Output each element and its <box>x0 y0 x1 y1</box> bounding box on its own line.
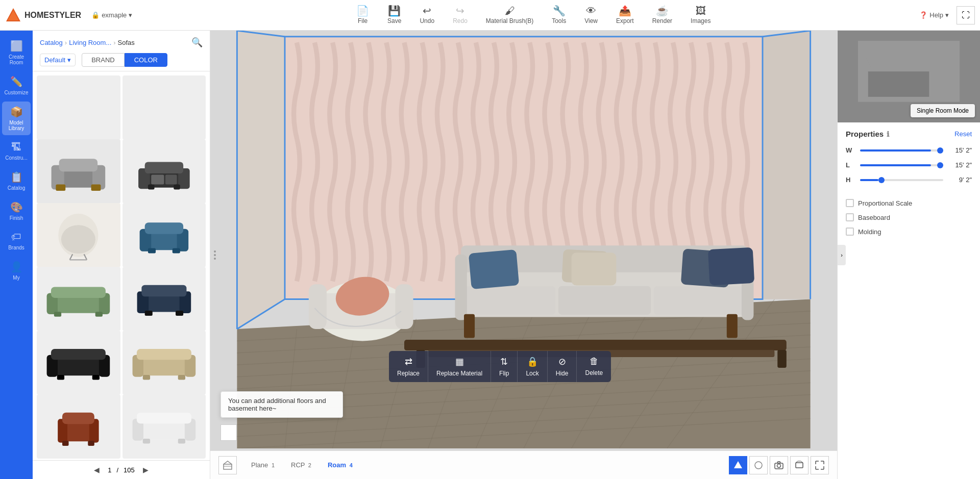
replace-button[interactable]: ⇄ Replace <box>389 351 428 382</box>
default-label: Default <box>44 56 65 64</box>
svg-rect-107 <box>469 249 519 289</box>
floor-icon-button[interactable] <box>218 456 237 474</box>
collapse-left-button[interactable]: › <box>838 245 846 265</box>
help-button[interactable]: ❓ Help ▾ <box>919 11 949 19</box>
breadcrumb-catalog[interactable]: Catalog <box>40 39 63 46</box>
sofa-thumbnail <box>45 401 112 452</box>
catalog-item[interactable] <box>37 139 120 204</box>
delete-button[interactable]: 🗑 Delete <box>577 351 611 382</box>
w-slider[interactable] <box>860 149 943 152</box>
nav-brands[interactable]: 🏷 Brands <box>2 227 31 255</box>
nav-model-library[interactable]: 📦 ModelLibrary <box>2 102 31 135</box>
view-tab-plane[interactable]: Plane 1 <box>243 457 283 473</box>
catalog-item[interactable] <box>37 331 120 395</box>
baseboard-checkbox[interactable] <box>846 213 854 221</box>
toolbar-images[interactable]: 🖼 Images <box>681 3 720 27</box>
catalog-item[interactable] <box>122 139 206 204</box>
bottom-bar: Plane 1 RCP 2 Roam 4 <box>210 450 837 479</box>
baseboard-label: Baseboard <box>858 214 890 221</box>
toolbar-export[interactable]: 📤 Export <box>607 3 643 27</box>
catalog-item[interactable] <box>37 394 120 459</box>
replace-material-button[interactable]: ▦ Replace Material <box>428 351 491 382</box>
username: exmaple <box>102 11 127 19</box>
proportional-scale-checkbox[interactable] <box>846 199 854 207</box>
toolbar-save[interactable]: 💾 Save <box>378 3 410 27</box>
resize-handle[interactable] <box>214 250 216 260</box>
view3d-tool[interactable] <box>790 456 808 474</box>
catalog-item[interactable] <box>37 267 120 331</box>
flip-button[interactable]: ⇅ Flip <box>491 351 518 382</box>
lock-button[interactable]: 🔒 Lock <box>518 351 547 382</box>
toolbar-render[interactable]: ☕ Render <box>643 3 681 27</box>
toolbar-file[interactable]: 📄 File <box>347 3 378 27</box>
molding-checkbox[interactable] <box>846 228 854 236</box>
panel-controls: Default ▾ BRAND COLOR <box>40 53 203 67</box>
toolbar-view[interactable]: 👁 View <box>575 3 607 27</box>
toolbar-undo[interactable]: ↩ Undo <box>410 3 444 27</box>
svg-rect-7 <box>59 159 97 171</box>
sofa-thumbnail <box>45 337 112 389</box>
svg-rect-12 <box>148 184 155 189</box>
svg-rect-116 <box>224 464 232 469</box>
fullscreen-button[interactable]: ⛶ <box>957 6 975 24</box>
file-label: File <box>358 17 368 24</box>
view-tab-rcp[interactable]: RCP 2 <box>283 457 320 473</box>
svg-rect-32 <box>95 312 103 317</box>
catalog-item[interactable] <box>122 331 206 395</box>
view-tab-roam[interactable]: Roam 4 <box>320 457 361 473</box>
gray-view-tool[interactable] <box>749 456 768 474</box>
h-slider[interactable] <box>860 179 943 181</box>
roam-tool-active[interactable] <box>729 456 747 474</box>
rcp-label: RCP <box>291 461 305 469</box>
catalog-item[interactable] <box>37 203 120 267</box>
catalog-item[interactable] <box>122 203 206 267</box>
hide-button[interactable]: ⊘ Hide <box>548 351 577 382</box>
canvas-area[interactable]: ⇄ Replace ▦ Replace Material ⇅ Flip 🔒 Lo… <box>210 31 837 479</box>
filter-tab-brand[interactable]: BRAND <box>82 53 125 67</box>
catalog-item[interactable] <box>122 394 206 459</box>
logo-area[interactable]: HOMESTYLER <box>5 7 81 23</box>
user-area[interactable]: 🔒 exmaple ▾ <box>91 11 132 19</box>
svg-rect-44 <box>92 375 100 380</box>
create-room-label: CreateRoom <box>9 54 24 65</box>
nav-my[interactable]: 👤 My <box>2 257 31 285</box>
next-page-button[interactable]: ▶ <box>140 465 152 475</box>
delete-icon: 🗑 <box>590 356 599 367</box>
hide-icon: ⊘ <box>558 356 566 367</box>
catalog-item[interactable] <box>122 75 206 140</box>
breadcrumb-sep2: › <box>113 39 115 46</box>
single-room-mode-button[interactable]: Single Room Mode <box>911 104 975 117</box>
breadcrumb-living-room[interactable]: Living Room... <box>69 39 111 46</box>
expand-tool[interactable] <box>811 456 829 474</box>
svg-rect-42 <box>51 349 106 360</box>
svg-rect-31 <box>54 312 61 317</box>
nav-catalog[interactable]: 📋 Catalog <box>2 167 31 195</box>
svg-point-17 <box>61 225 95 254</box>
toolbar-redo[interactable]: ↪ Redo <box>444 3 477 27</box>
search-icon[interactable]: 🔍 <box>191 37 203 48</box>
catalog-item[interactable] <box>122 267 206 331</box>
nav-create-room[interactable]: ⬜ CreateRoom <box>2 36 31 69</box>
toolbar-tools[interactable]: 🔧 Tools <box>543 3 575 27</box>
prev-page-button[interactable]: ◀ <box>91 465 103 475</box>
flip-label: Flip <box>499 370 509 377</box>
default-dropdown[interactable]: Default ▾ <box>40 54 76 66</box>
expand-icon <box>815 460 825 470</box>
nav-finish[interactable]: 🎨 Finish <box>2 197 31 225</box>
nav-customize[interactable]: ✏️ Customize <box>2 71 31 99</box>
properties-title-text: Properties <box>846 130 884 138</box>
svg-marker-118 <box>734 461 742 468</box>
svg-rect-11 <box>145 162 183 173</box>
view-tabs: Plane 1 RCP 2 Roam 4 <box>243 457 361 473</box>
toolbar-material-brush[interactable]: 🖌 Material Brush(B) <box>477 3 543 27</box>
main-content: ⬜ CreateRoom ✏️ Customize 📦 ModelLibrary… <box>0 31 980 479</box>
reset-button[interactable]: Reset <box>954 130 972 138</box>
undo-icon: ↩ <box>423 6 431 16</box>
camera-tool[interactable] <box>770 456 788 474</box>
nav-construo[interactable]: 🏗 Constru... <box>2 137 31 165</box>
l-slider[interactable] <box>860 164 943 166</box>
molding-label: Molding <box>858 228 881 236</box>
roam-label: Roam <box>328 461 346 469</box>
filter-tab-color[interactable]: COLOR <box>125 53 167 67</box>
catalog-item[interactable] <box>37 75 120 140</box>
